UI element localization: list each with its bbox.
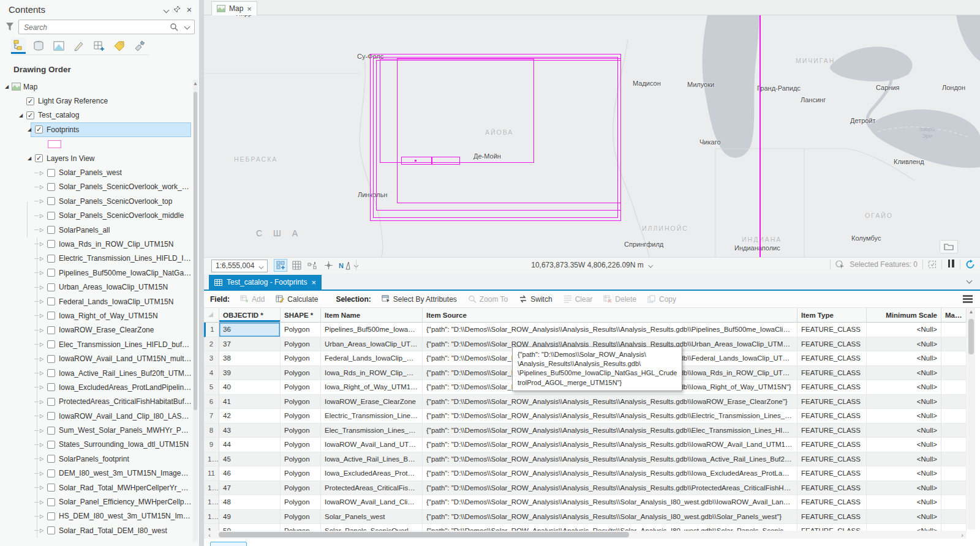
layer-visibility-checkbox[interactable]	[47, 297, 55, 305]
collapse-icon[interactable]: ◢	[26, 155, 33, 161]
panel-options-chevron-icon[interactable]	[161, 6, 171, 15]
layer-visibility-checkbox[interactable]	[47, 269, 55, 277]
layer-item-layers in view[interactable]: ◢✓Layers In View	[0, 151, 192, 165]
table-tab[interactable]: Test_catalog - Footprints ×	[209, 275, 322, 290]
add-button[interactable]: Add	[236, 293, 269, 305]
footprint-symbol-swatch[interactable]	[48, 140, 61, 148]
clear-button[interactable]: Clear	[559, 293, 597, 305]
layer-item-states_surrounding_iowa_dtl_utm15n[interactable]: ▷States_Surrounding_Iowa_dtl_UTM15N	[0, 438, 192, 452]
copy-button[interactable]: Copy	[643, 293, 680, 305]
layer-visibility-checkbox[interactable]: ✓	[35, 125, 43, 133]
selection-box-icon[interactable]	[928, 260, 937, 269]
column-header-objectid-[interactable]: OBJECTID *	[219, 308, 281, 323]
expand-icon[interactable]: ▷	[38, 442, 45, 447]
search-input[interactable]	[24, 22, 165, 32]
expand-icon[interactable]: ▷	[38, 198, 45, 204]
delete-button[interactable]: Delete	[599, 293, 641, 305]
layer-visibility-checkbox[interactable]	[47, 398, 55, 406]
table-vertical-scrollbar[interactable]: ▲	[967, 308, 975, 529]
layer-item-protectedareas_criticalfishhabitatbuf_merge[interactable]: ▷ProtectedAreas_CriticalFishHabitatBuf_m…	[0, 395, 192, 409]
close-table-tab-icon[interactable]: ×	[311, 278, 316, 287]
layer-visibility-checkbox[interactable]: ✓	[26, 111, 34, 119]
layer-item-solar_panels_scenicoverlook_work_bottom[interactable]: ▷Solar_Panels_ScenicOverlook_work_Bottom	[0, 180, 192, 194]
layer-visibility-checkbox[interactable]: ✓	[35, 154, 43, 162]
layer-visibility-checkbox[interactable]	[47, 255, 55, 263]
expand-icon[interactable]: ▷	[38, 327, 45, 333]
expand-icon[interactable]: ▷	[38, 184, 45, 190]
contents-tab-labeling-icon[interactable]	[112, 38, 127, 54]
contents-tab-drawing-order-icon[interactable]	[11, 38, 26, 54]
expand-icon[interactable]: ▷	[38, 399, 45, 405]
tabstrip-chevron-icon[interactable]	[967, 278, 973, 284]
table-row-10[interactable]: 1045PolygonIowa_Active_Rail_Lines_Buf20f…	[204, 452, 967, 467]
expand-icon[interactable]: ▷	[38, 313, 45, 318]
column-header-row-selector[interactable]	[204, 308, 219, 323]
column-header-item-source[interactable]: Item Source	[423, 308, 797, 323]
coordinate-readout[interactable]: 10,673,873.35W 4,806,226.09N m	[531, 261, 652, 269]
calculate-button[interactable]: Calculate	[271, 293, 322, 305]
layer-item-solar_rad_total_mwhpercellperyr_las_i80[interactable]: ▷Solar_Rad_Total_MWHperCellperYr_LAS_I80	[0, 481, 192, 495]
layer-visibility-checkbox[interactable]	[47, 512, 55, 520]
layer-item-iowa_rds_in_row_clip_utm15n[interactable]: ▷Iowa_Rds_in_ROW_Clip_UTM15N	[0, 237, 192, 251]
layer-visibility-checkbox[interactable]	[47, 441, 55, 449]
layer-visibility-checkbox[interactable]	[47, 526, 55, 534]
expand-icon[interactable]: ▷	[38, 370, 45, 376]
layer-item-urban_areas_iowaclip_utm15n[interactable]: ▷Urban_Areas_IowaClip_UTM15N	[0, 280, 192, 294]
layer-visibility-checkbox[interactable]	[47, 355, 55, 363]
expand-icon[interactable]: ▷	[38, 428, 45, 433]
filter-icon[interactable]	[5, 21, 15, 35]
table-row-11[interactable]: 1146PolygonIowa_ExcludedAreas_ProtLandPi…	[204, 466, 967, 481]
close-icon[interactable]: ×	[184, 6, 194, 15]
expand-icon[interactable]: ▷	[38, 241, 45, 247]
layer-item-iowarow_erase_clearzone[interactable]: ▷IowaROW_Erase_ClearZone	[0, 323, 192, 337]
zoom-to-button[interactable]: Zoom To	[464, 293, 512, 305]
layer-visibility-checkbox[interactable]	[47, 326, 55, 334]
layer-item-hs_dem_i80_west_3m_utm15n_imageservice[interactable]: ▷HS_DEM_I80_west_3m_UTM15N_ImageService	[0, 509, 192, 523]
search-icon[interactable]	[170, 23, 178, 34]
layer-item-pipelines_buf500me_iowaclip_natgas_hgl_crude[interactable]: ▷Pipelines_Buf500me_IowaClip_NatGas_HGL_…	[0, 266, 192, 280]
expand-icon[interactable]: ▷	[38, 285, 45, 290]
layer-item-solarpanels_footprint[interactable]: ▷SolarPanels_footprint	[0, 452, 192, 466]
table-row-8[interactable]: 843PolygonElec_Transmission_Lines_HIFLD_…	[204, 424, 967, 438]
layer-item-solar_panel_efficiency_mwhpercellperyr[interactable]: ▷Solar_Panel_Efficiency_MWHperCellperYr	[0, 495, 192, 509]
layer-visibility-checkbox[interactable]	[47, 484, 55, 492]
layer-visibility-checkbox[interactable]	[47, 498, 55, 506]
pin-icon[interactable]	[172, 6, 182, 15]
layer-item-test_catalog[interactable]: ◢✓Test_catalog	[0, 108, 192, 122]
expand-icon[interactable]: ▷	[38, 356, 45, 362]
layer-visibility-checkbox[interactable]	[47, 412, 55, 420]
expand-icon[interactable]: ▷	[38, 456, 45, 462]
layer-item-solar_rad_total_dem_i80_west[interactable]: ▷Solar_Rad_Total_DEM_I80_west	[0, 523, 192, 537]
layer-item-iowa_excludedareas_protlandpipelinehabitaturbanrr[interactable]: ▷Iowa_ExcludedAreas_ProtLandPipelineHabi…	[0, 380, 192, 394]
map-view-tab[interactable]: Map ×	[211, 1, 257, 15]
table-row-9[interactable]: 944PolygonIowaROW_Avail_Land_UTM15N_mult…	[204, 438, 967, 452]
map-scale-combo[interactable]: 1:6,555,004	[211, 260, 268, 272]
select-by-attributes-button[interactable]: Select By Attributes	[377, 293, 461, 305]
layer-visibility-checkbox[interactable]: ✓	[26, 97, 34, 105]
expand-icon[interactable]: ▷	[38, 270, 45, 275]
layer-visibility-checkbox[interactable]	[47, 469, 55, 477]
layer-item-iowarow_avail_land_utm15n_multipart[interactable]: ▷IowaROW_Avail_Land_UTM15N_multipart	[0, 351, 192, 365]
close-map-tab-icon[interactable]: ×	[247, 4, 252, 13]
expand-icon[interactable]: ▷	[38, 384, 45, 390]
layer-item-sum_west_solar_panels_mwhyr_peaksun[interactable]: ▷Sum_West_Solar_Panels_MWHYr_PeakSun	[0, 423, 192, 437]
collapse-icon[interactable]: ◢	[17, 113, 24, 118]
grid-icon[interactable]	[290, 259, 303, 272]
layer-item-electric_transmission_lines_hifld_iowa_clip[interactable]: ▷Electric_Transmission_Lines_HIFLD_Iowa_…	[0, 252, 192, 266]
expand-icon[interactable]: ▷	[38, 471, 45, 476]
map-canvas[interactable]: НЕБРАСКААЙОВАМИЧИГАНИЛЛИНОЙСИНДИАНАОГАЙО…	[204, 15, 980, 257]
collapse-icon[interactable]: ◢	[26, 127, 33, 132]
expand-icon[interactable]: ▷	[38, 485, 45, 490]
layer-item-solar_panels_west[interactable]: ▷Solar_Panels_west	[0, 165, 192, 179]
expand-icon[interactable]: ▷	[38, 227, 45, 233]
table-row-12[interactable]: 1247PolygonProtectedAreas_CriticalFishHa…	[204, 481, 967, 496]
contents-tab-selection-icon[interactable]	[51, 38, 66, 54]
table-row-13[interactable]: 1348PolygonIowaROW_Avail_Land_Clip_I80_L…	[204, 495, 967, 510]
expand-icon[interactable]: ▷	[38, 514, 45, 519]
layer-item-map[interactable]: ◢Map	[0, 80, 192, 94]
layer-item-elec_transmission_lines_hifld_buf5mi_utm15n[interactable]: ▷Elec_Transmission_Lines_HIFLD_buf5mi_UT…	[0, 337, 192, 351]
layer-item-dem_i80_west_3m_utm15n_imageservice[interactable]: ▷DEM_I80_west_3m_UTM15N_ImageService	[0, 466, 192, 481]
table-row-6[interactable]: 641PolygonIowaROW_Erase_ClearZone{"path"…	[204, 395, 967, 410]
layer-item-iowarow_avail_land_clip_i80_las_utm15n[interactable]: ▷IowaROW_Avail_Land_Clip_I80_LAS_UTM15N	[0, 409, 192, 423]
expand-icon[interactable]: ▷	[38, 256, 45, 261]
